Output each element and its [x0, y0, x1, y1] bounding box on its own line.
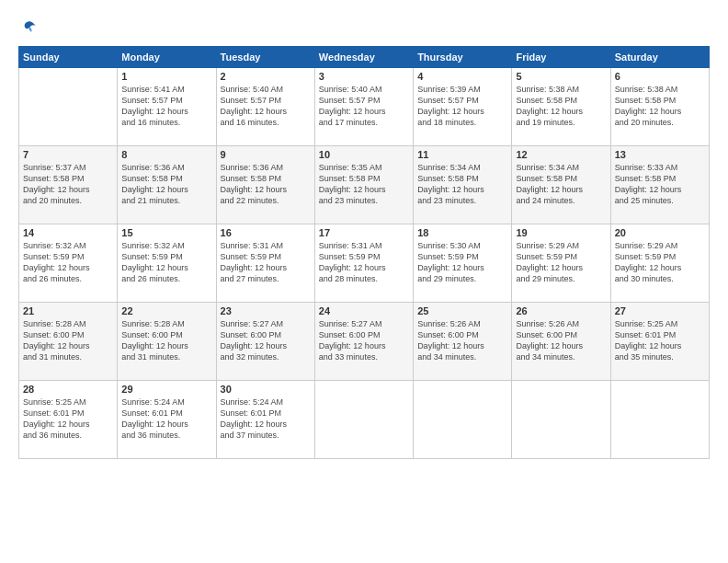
- day-number: 13: [615, 149, 705, 160]
- calendar-cell: 12Sunrise: 5:34 AMSunset: 5:58 PMDayligh…: [512, 146, 610, 224]
- calendar-day-header: Sunday: [19, 47, 118, 68]
- day-number: 20: [615, 227, 705, 238]
- calendar-cell: 4Sunrise: 5:39 AMSunset: 5:57 PMDaylight…: [414, 68, 512, 146]
- calendar-cell: 17Sunrise: 5:31 AMSunset: 5:59 PMDayligh…: [314, 224, 413, 303]
- day-info: Sunrise: 5:34 AMSunset: 5:58 PMDaylight:…: [516, 162, 606, 207]
- calendar-cell: 24Sunrise: 5:27 AMSunset: 6:00 PMDayligh…: [314, 303, 413, 381]
- day-info: Sunrise: 5:36 AMSunset: 5:58 PMDaylight:…: [121, 162, 211, 207]
- day-number: 10: [319, 149, 409, 160]
- calendar-day-header: Wednesday: [314, 47, 413, 68]
- calendar-week-row: 14Sunrise: 5:32 AMSunset: 5:59 PMDayligh…: [19, 224, 710, 303]
- day-number: 25: [417, 305, 507, 316]
- calendar-day-header: Friday: [512, 47, 610, 68]
- day-info: Sunrise: 5:32 AMSunset: 5:59 PMDaylight:…: [23, 240, 113, 285]
- day-number: 2: [221, 71, 311, 82]
- day-number: 11: [417, 149, 507, 160]
- calendar-cell: 23Sunrise: 5:27 AMSunset: 6:00 PMDayligh…: [216, 303, 314, 381]
- calendar-cell: [19, 68, 118, 146]
- calendar-cell: 1Sunrise: 5:41 AMSunset: 5:57 PMDaylight…: [118, 68, 216, 146]
- day-number: 27: [615, 305, 705, 316]
- day-number: 7: [23, 149, 113, 160]
- day-info: Sunrise: 5:30 AMSunset: 5:59 PMDaylight:…: [417, 240, 507, 285]
- calendar-cell: 9Sunrise: 5:36 AMSunset: 5:58 PMDaylight…: [216, 146, 314, 224]
- calendar-cell: 26Sunrise: 5:26 AMSunset: 6:00 PMDayligh…: [512, 303, 610, 381]
- day-number: 3: [319, 71, 409, 82]
- day-number: 12: [516, 149, 606, 160]
- calendar-table: SundayMondayTuesdayWednesdayThursdayFrid…: [18, 46, 710, 459]
- calendar-week-row: 28Sunrise: 5:25 AMSunset: 6:01 PMDayligh…: [19, 381, 710, 459]
- calendar-cell: 13Sunrise: 5:33 AMSunset: 5:58 PMDayligh…: [610, 146, 709, 224]
- day-number: 23: [221, 305, 311, 316]
- calendar-cell: 6Sunrise: 5:38 AMSunset: 5:58 PMDaylight…: [610, 68, 709, 146]
- day-number: 14: [23, 227, 113, 238]
- day-number: 6: [615, 71, 705, 82]
- day-info: Sunrise: 5:38 AMSunset: 5:58 PMDaylight:…: [516, 84, 606, 129]
- day-info: Sunrise: 5:25 AMSunset: 6:01 PMDaylight:…: [615, 318, 705, 363]
- day-number: 8: [121, 149, 211, 160]
- day-number: 18: [417, 227, 507, 238]
- day-info: Sunrise: 5:41 AMSunset: 5:57 PMDaylight:…: [121, 84, 211, 129]
- calendar-cell: 19Sunrise: 5:29 AMSunset: 5:59 PMDayligh…: [512, 224, 610, 303]
- day-info: Sunrise: 5:37 AMSunset: 5:58 PMDaylight:…: [23, 162, 113, 207]
- calendar-cell: 27Sunrise: 5:25 AMSunset: 6:01 PMDayligh…: [610, 303, 709, 381]
- calendar-cell: 2Sunrise: 5:40 AMSunset: 5:57 PMDaylight…: [216, 68, 314, 146]
- calendar-header-row: SundayMondayTuesdayWednesdayThursdayFrid…: [19, 47, 710, 68]
- calendar-cell: 15Sunrise: 5:32 AMSunset: 5:59 PMDayligh…: [118, 224, 216, 303]
- day-info: Sunrise: 5:27 AMSunset: 6:00 PMDaylight:…: [319, 318, 409, 363]
- day-info: Sunrise: 5:25 AMSunset: 6:01 PMDaylight:…: [23, 396, 113, 442]
- day-info: Sunrise: 5:27 AMSunset: 6:00 PMDaylight:…: [221, 318, 311, 363]
- calendar-cell: 14Sunrise: 5:32 AMSunset: 5:59 PMDayligh…: [19, 224, 118, 303]
- calendar-cell: 25Sunrise: 5:26 AMSunset: 6:00 PMDayligh…: [414, 303, 512, 381]
- calendar-cell: [414, 381, 512, 459]
- calendar-cell: 16Sunrise: 5:31 AMSunset: 5:59 PMDayligh…: [216, 224, 314, 303]
- page: SundayMondayTuesdayWednesdayThursdayFrid…: [0, 0, 728, 563]
- calendar-week-row: 21Sunrise: 5:28 AMSunset: 6:00 PMDayligh…: [19, 303, 710, 381]
- day-info: Sunrise: 5:24 AMSunset: 6:01 PMDaylight:…: [221, 396, 311, 442]
- day-info: Sunrise: 5:40 AMSunset: 5:57 PMDaylight:…: [221, 84, 311, 129]
- calendar-cell: 11Sunrise: 5:34 AMSunset: 5:58 PMDayligh…: [414, 146, 512, 224]
- day-info: Sunrise: 5:39 AMSunset: 5:57 PMDaylight:…: [417, 84, 507, 129]
- calendar-cell: 21Sunrise: 5:28 AMSunset: 6:00 PMDayligh…: [19, 303, 118, 381]
- day-info: Sunrise: 5:28 AMSunset: 6:00 PMDaylight:…: [23, 318, 113, 363]
- day-info: Sunrise: 5:32 AMSunset: 5:59 PMDaylight:…: [121, 240, 211, 285]
- calendar-cell: 28Sunrise: 5:25 AMSunset: 6:01 PMDayligh…: [19, 381, 118, 459]
- day-info: Sunrise: 5:34 AMSunset: 5:58 PMDaylight:…: [417, 162, 507, 207]
- day-number: 4: [417, 71, 507, 82]
- day-info: Sunrise: 5:38 AMSunset: 5:58 PMDaylight:…: [615, 84, 705, 129]
- calendar-day-header: Monday: [118, 47, 216, 68]
- calendar-cell: [314, 381, 413, 459]
- day-number: 28: [23, 384, 113, 395]
- day-number: 17: [319, 227, 409, 238]
- day-number: 30: [221, 384, 311, 395]
- calendar-cell: [512, 381, 610, 459]
- calendar-week-row: 7Sunrise: 5:37 AMSunset: 5:58 PMDaylight…: [19, 146, 710, 224]
- logo: [18, 18, 39, 37]
- day-info: Sunrise: 5:29 AMSunset: 5:59 PMDaylight:…: [615, 240, 705, 285]
- calendar-cell: 20Sunrise: 5:29 AMSunset: 5:59 PMDayligh…: [610, 224, 709, 303]
- day-info: Sunrise: 5:31 AMSunset: 5:59 PMDaylight:…: [319, 240, 409, 285]
- calendar-cell: 10Sunrise: 5:35 AMSunset: 5:58 PMDayligh…: [314, 146, 413, 224]
- calendar-cell: 8Sunrise: 5:36 AMSunset: 5:58 PMDaylight…: [118, 146, 216, 224]
- day-info: Sunrise: 5:33 AMSunset: 5:58 PMDaylight:…: [615, 162, 705, 207]
- logo-bird-icon: [20, 18, 39, 37]
- day-number: 9: [221, 149, 311, 160]
- calendar-week-row: 1Sunrise: 5:41 AMSunset: 5:57 PMDaylight…: [19, 68, 710, 146]
- day-info: Sunrise: 5:28 AMSunset: 6:00 PMDaylight:…: [121, 318, 211, 363]
- day-number: 26: [516, 305, 606, 316]
- day-info: Sunrise: 5:26 AMSunset: 6:00 PMDaylight:…: [516, 318, 606, 363]
- day-number: 19: [516, 227, 606, 238]
- header: [18, 18, 710, 37]
- calendar-cell: [610, 381, 709, 459]
- day-number: 24: [319, 305, 409, 316]
- calendar-cell: 3Sunrise: 5:40 AMSunset: 5:57 PMDaylight…: [314, 68, 413, 146]
- day-info: Sunrise: 5:31 AMSunset: 5:59 PMDaylight:…: [221, 240, 311, 285]
- calendar-cell: 29Sunrise: 5:24 AMSunset: 6:01 PMDayligh…: [118, 381, 216, 459]
- day-number: 21: [23, 305, 113, 316]
- day-number: 5: [516, 71, 606, 82]
- day-info: Sunrise: 5:29 AMSunset: 5:59 PMDaylight:…: [516, 240, 606, 285]
- day-info: Sunrise: 5:35 AMSunset: 5:58 PMDaylight:…: [319, 162, 409, 207]
- day-info: Sunrise: 5:40 AMSunset: 5:57 PMDaylight:…: [319, 84, 409, 129]
- calendar-cell: 7Sunrise: 5:37 AMSunset: 5:58 PMDaylight…: [19, 146, 118, 224]
- calendar-cell: 22Sunrise: 5:28 AMSunset: 6:00 PMDayligh…: [118, 303, 216, 381]
- calendar-cell: 18Sunrise: 5:30 AMSunset: 5:59 PMDayligh…: [414, 224, 512, 303]
